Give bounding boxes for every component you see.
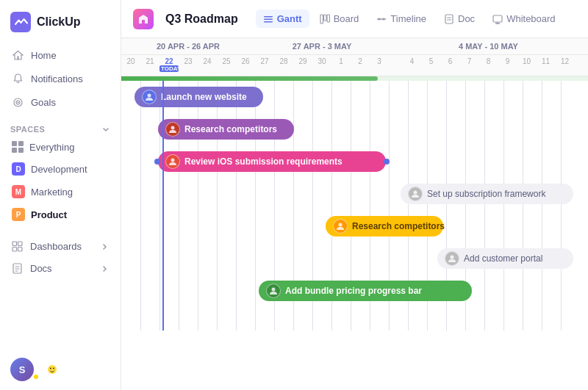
date-group-1: 20 APR - 26 APR 20 21 22TODAY 23 24 25 2… <box>121 38 255 76</box>
tab-timeline[interactable]: Timeline <box>369 10 434 28</box>
task-bar-subscription[interactable]: Set up subscription framework <box>401 184 573 204</box>
task-bar-research-competitors-1[interactable]: Research competitors <box>158 119 294 140</box>
svg-rect-12 <box>264 16 273 18</box>
sidebar-item-product[interactable]: P Product <box>6 203 115 225</box>
chevron-right-icon <box>100 242 109 251</box>
svg-rect-14 <box>264 21 273 23</box>
svg-rect-4 <box>12 242 17 246</box>
tab-gantt[interactable]: Gantt <box>256 10 309 28</box>
day-cell: 23 <box>179 55 198 74</box>
board-icon <box>320 14 330 24</box>
day-cell: 12 <box>556 55 575 68</box>
user-status-indicator <box>32 373 40 380</box>
svg-rect-6 <box>12 248 17 252</box>
day-cell: 20 <box>121 55 140 74</box>
svg-point-19 <box>379 18 381 20</box>
task-bar-bundle-pricing[interactable]: Add bundle pricing progress bar <box>259 281 472 301</box>
tab-board[interactable]: Board <box>312 10 367 28</box>
sidebar-notifications-label: Notifications <box>31 73 83 84</box>
dashboards-icon <box>12 241 23 252</box>
task-bar-customer-portal[interactable]: Add customer portal <box>437 248 573 269</box>
avatar: S <box>10 358 34 381</box>
task-bar-review-ios[interactable]: Review iOS submission requirements <box>158 151 386 172</box>
gantt-rows: Launch new website Research competitors … <box>121 81 588 331</box>
sidebar-goals-label: Goals <box>31 97 56 108</box>
svg-rect-7 <box>18 248 23 252</box>
svg-rect-17 <box>327 15 330 22</box>
day-cell: 5 <box>422 55 441 68</box>
svg-point-26 <box>171 126 175 130</box>
task-label: Set up subscription framework <box>427 189 545 199</box>
project-title: Q3 Roadmap <box>165 12 238 26</box>
day-cell: 30 <box>312 55 331 68</box>
svg-point-30 <box>451 256 454 259</box>
sidebar-item-development[interactable]: D Development <box>6 158 115 180</box>
docs-label: Docs <box>30 263 52 274</box>
gantt-chart: 20 APR - 26 APR 20 21 22TODAY 23 24 25 2… <box>121 38 588 390</box>
day-cell: 1 <box>331 55 351 68</box>
day-cell: 9 <box>498 55 517 68</box>
spaces-list: Everything D Development M Marketing P P… <box>0 137 121 225</box>
task-label: Review iOS submission requirements <box>184 156 343 167</box>
svg-point-10 <box>50 368 51 369</box>
day-cell: 27 <box>255 55 274 68</box>
task-avatar <box>445 251 459 266</box>
svg-point-27 <box>171 159 175 162</box>
marketing-label: Marketing <box>31 187 73 198</box>
date-group-2: 27 APR - 3 MAY 27 28 29 30 1 2 3 <box>255 38 389 76</box>
bell-icon <box>12 73 24 84</box>
app-logo: ClickUp <box>0 0 121 41</box>
date-group-2-label: 27 APR - 3 MAY <box>255 38 389 55</box>
tab-whiteboard[interactable]: Whiteboard <box>485 10 562 28</box>
sidebar-item-docs[interactable]: Docs <box>6 258 115 279</box>
day-cell: 6 <box>441 55 460 68</box>
tab-doc[interactable]: Doc <box>437 10 482 28</box>
dashboards-label: Dashboards <box>30 241 82 252</box>
timeline-icon <box>376 14 387 24</box>
development-label: Development <box>31 164 87 175</box>
sidebar-item-marketing[interactable]: M Marketing <box>6 181 115 203</box>
task-avatar <box>266 284 281 298</box>
svg-rect-15 <box>320 15 323 24</box>
dependency-dot-left <box>154 159 160 165</box>
project-icon <box>133 9 154 29</box>
sidebar: ClickUp Home Notifications Goals Spaces <box>0 0 121 390</box>
doc-icon <box>444 14 454 24</box>
home-icon <box>12 49 24 61</box>
spaces-section-header: Spaces <box>0 116 121 137</box>
sidebar-item-goals[interactable]: Goals <box>6 91 115 113</box>
whiteboard-icon <box>492 14 503 24</box>
tab-timeline-label: Timeline <box>390 13 426 24</box>
dependency-dot-right <box>384 159 390 165</box>
sidebar-item-home[interactable]: Home <box>6 44 115 66</box>
svg-point-20 <box>383 18 385 20</box>
topbar: Q3 Roadmap Gantt Board Timeline Doc Whit… <box>121 0 588 38</box>
clickup-logo-icon <box>10 12 31 32</box>
user-profile-section[interactable]: S <box>0 349 121 390</box>
task-label: Launch new website <box>161 92 247 102</box>
sidebar-item-dashboards[interactable]: Dashboards <box>6 236 115 257</box>
date-group-3: 4 MAY - 10 MAY 4 5 6 7 8 9 10 11 12 <box>389 38 588 76</box>
tab-board-label: Board <box>334 13 359 24</box>
date-group-1-days: 20 21 22TODAY 23 24 25 26 <box>121 55 255 74</box>
target-icon <box>12 96 24 108</box>
svg-rect-16 <box>323 15 326 21</box>
svg-rect-21 <box>445 15 453 24</box>
day-cell: 11 <box>537 55 556 68</box>
svg-rect-5 <box>18 242 23 246</box>
tab-gantt-label: Gantt <box>277 13 302 24</box>
task-bar-launch-website[interactable]: Launch new website <box>135 87 263 107</box>
svg-point-25 <box>148 94 151 98</box>
task-avatar <box>165 154 180 169</box>
marketing-dot: M <box>12 185 25 198</box>
task-label: Research competitors <box>184 124 277 134</box>
sidebar-item-everything[interactable]: Everything <box>6 137 115 157</box>
day-cell: 21 <box>140 55 159 74</box>
day-cell: 26 <box>236 55 255 74</box>
day-cell: 29 <box>293 55 312 68</box>
date-group-3-label: 4 MAY - 10 MAY <box>389 38 588 55</box>
everything-label: Everything <box>29 142 74 153</box>
svg-rect-22 <box>493 15 502 22</box>
sidebar-item-notifications[interactable]: Notifications <box>6 68 115 90</box>
task-bar-research-competitors-2[interactable]: Research competitors <box>326 216 443 236</box>
